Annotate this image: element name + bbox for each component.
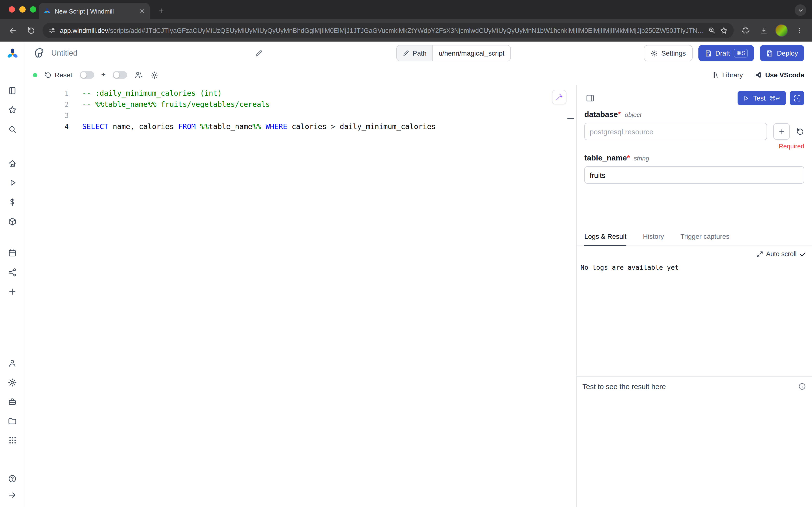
database-input[interactable]	[584, 123, 767, 140]
cube-icon[interactable]	[5, 215, 19, 228]
field-table-name-type: string	[634, 155, 649, 162]
grid-icon[interactable]	[5, 434, 19, 447]
site-settings-icon[interactable]	[48, 26, 56, 34]
scan-icon	[793, 95, 801, 102]
auto-scroll-control[interactable]: Auto scroll	[577, 246, 812, 258]
field-database-required-mark: *	[618, 110, 621, 118]
test-shortcut: ⌘↵	[769, 95, 780, 102]
window-controls	[9, 6, 36, 12]
tab-trigger-captures[interactable]: Trigger captures	[680, 228, 729, 245]
reload-button[interactable]	[24, 24, 38, 37]
draft-button[interactable]: Draft ⌘S	[698, 45, 754, 61]
code-line[interactable]: 4SELECT name, calories FROM %%table_name…	[25, 121, 576, 132]
tab-logs-result[interactable]: Logs & Result	[584, 228, 626, 246]
help-icon[interactable]	[5, 472, 19, 485]
address-bar[interactable]: app.windmill.dev/scripts/add#JTdCJTIyaGF…	[43, 23, 734, 38]
field-table-name: table_name* string	[577, 149, 812, 184]
window-close-button[interactable]	[9, 6, 15, 12]
browser-tab[interactable]: New Script | Windmill	[39, 3, 150, 19]
new-tab-button[interactable]	[155, 4, 167, 17]
tab-history[interactable]: History	[643, 228, 664, 245]
window-minimize-button[interactable]	[19, 6, 25, 12]
windmill-favicon	[44, 7, 51, 15]
line-number: 4	[25, 121, 69, 132]
tab-title: New Script | Windmill	[55, 7, 135, 15]
folder-icon[interactable]	[5, 414, 19, 428]
line-number: 2	[25, 99, 69, 110]
play-icon[interactable]	[5, 176, 19, 189]
calendar-icon[interactable]	[5, 246, 19, 260]
deploy-button[interactable]: Deploy	[760, 45, 804, 61]
postgresql-icon	[33, 47, 46, 59]
test-label: Test	[753, 94, 766, 102]
profile-avatar[interactable]	[775, 24, 788, 37]
settings-button[interactable]: Settings	[644, 45, 693, 61]
code-editor[interactable]: 1-- :daily_minimum_calories (int)2-- %%t…	[25, 85, 576, 507]
field-table-name-name: table_name	[584, 154, 627, 162]
settings-gear-icon	[651, 50, 658, 57]
panel-toggle-icon[interactable]	[584, 92, 596, 104]
info-icon[interactable]	[798, 382, 806, 391]
downloads-icon[interactable]	[757, 24, 770, 37]
browser-menu-icon[interactable]	[793, 24, 806, 37]
diff-toggle[interactable]	[79, 71, 94, 79]
table-name-input[interactable]	[584, 166, 804, 184]
reset-button[interactable]: Reset	[45, 71, 72, 79]
add-resource-button[interactable]	[773, 123, 790, 140]
tab-search-button[interactable]	[795, 4, 806, 16]
briefcase-icon[interactable]	[5, 395, 19, 408]
editor-toolbar: Reset ± Library	[25, 65, 812, 85]
window-zoom-button[interactable]	[30, 6, 36, 12]
ai-assistant-button[interactable]	[552, 90, 567, 104]
extensions-icon[interactable]	[739, 24, 752, 37]
save-icon	[705, 50, 712, 57]
windmill-logo[interactable]	[5, 47, 19, 61]
diff-symbol: ±	[101, 70, 106, 79]
field-database-name: database	[584, 110, 618, 118]
use-vscode-button[interactable]: Use VScode	[754, 71, 804, 79]
check-icon	[800, 250, 806, 258]
zoom-indicator-icon[interactable]	[708, 26, 716, 34]
multiplayer-toggle[interactable]	[113, 71, 127, 79]
users-icon	[135, 70, 143, 79]
search-icon[interactable]	[5, 122, 19, 136]
library-icon	[712, 71, 719, 79]
edit-title-pencil-icon[interactable]	[255, 49, 263, 57]
bookmark-star-icon[interactable]	[720, 26, 728, 35]
focus-run-button[interactable]	[790, 91, 804, 105]
library-button[interactable]: Library	[712, 71, 743, 79]
path-field[interactable]: Path u/henri/magical_script	[396, 45, 511, 61]
notebook-icon[interactable]	[5, 83, 19, 97]
refresh-resources-icon[interactable]	[796, 127, 804, 135]
back-button[interactable]	[6, 24, 19, 37]
draft-label: Draft	[715, 49, 730, 57]
test-button[interactable]: Test ⌘↵	[738, 91, 786, 105]
star-icon[interactable]	[5, 103, 19, 116]
flow-icon[interactable]	[5, 265, 19, 279]
reset-refresh-icon	[45, 71, 52, 78]
expand-icon	[756, 250, 763, 258]
arrow-right-icon[interactable]	[5, 488, 19, 502]
logs-empty-message: No logs are available yet	[580, 264, 679, 271]
home-icon[interactable]	[5, 157, 19, 170]
tab-close-icon[interactable]	[139, 8, 145, 14]
script-title-text[interactable]: Untitled	[51, 49, 77, 58]
library-label: Library	[722, 71, 743, 79]
path-value: u/henri/magical_script	[433, 45, 510, 61]
code-line[interactable]: 3	[25, 110, 576, 121]
test-play-icon	[743, 95, 749, 101]
logs-area: No logs are available yet	[577, 258, 812, 377]
dollar-icon[interactable]	[5, 195, 19, 209]
code-line[interactable]: 2-- %%table_name%% fruits/vegetables/cer…	[25, 99, 576, 110]
result-section: Test to see the result here	[577, 377, 812, 507]
plus-icon[interactable]	[5, 285, 19, 298]
code-lines: 1-- :daily_minimum_calories (int)2-- %%t…	[25, 88, 576, 132]
user-icon[interactable]	[5, 356, 19, 370]
editor-settings-gear-icon[interactable]	[151, 71, 159, 79]
vscode-label: Use VScode	[765, 71, 804, 79]
settings-label: Settings	[661, 49, 686, 57]
code-line[interactable]: 1-- :daily_minimum_calories (int)	[25, 88, 576, 99]
gear-icon[interactable]	[5, 376, 19, 389]
auto-scroll-label: Auto scroll	[766, 250, 797, 258]
field-database: database* object Required	[577, 105, 812, 150]
